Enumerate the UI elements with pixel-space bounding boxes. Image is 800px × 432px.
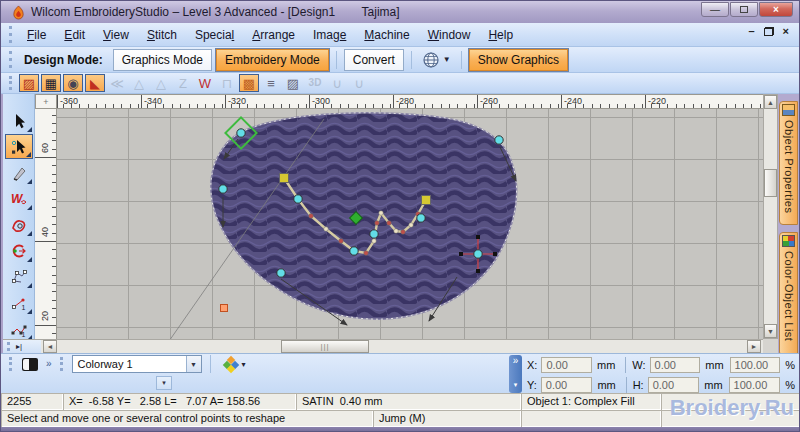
vertical-scroll-thumb[interactable] [764,169,777,197]
menu-help[interactable]: Help [479,25,522,45]
minimize-button[interactable]: — [701,2,729,17]
freehand-draw-tool[interactable]: W [5,186,33,211]
toolbar-grip[interactable] [9,76,14,90]
ripple-fill-icon[interactable]: △ [151,74,171,92]
mdi-minimize-button[interactable]: – [748,26,754,37]
star-fill-icon[interactable]: △ [129,74,149,92]
ruler-tick [52,199,56,200]
control-point[interactable] [370,230,378,238]
embroidery-object[interactable] [57,109,763,339]
vertical-scrollbar[interactable]: ▲ ▼ [763,94,778,339]
toolbar-grip[interactable] [9,26,14,42]
design-canvas[interactable] [57,109,763,339]
menu-arrange[interactable]: Arrange [243,25,304,45]
y-field[interactable]: 0.00 [541,377,593,393]
break-apart-tool[interactable] [5,238,33,263]
scale-w-field[interactable]: 100.00 [730,357,781,373]
play-icon[interactable]: ▸| [16,342,22,351]
control-point[interactable] [495,136,503,144]
mdi-restore-button[interactable] [764,27,774,36]
colorway-select[interactable]: Colorway 1 ▼ [72,355,202,373]
mdi-close-button[interactable]: × [783,26,789,37]
horizontal-scrollbar[interactable]: ▸| ◄ ||| ► [3,339,763,353]
pattern-fill-icon[interactable]: ▩ [239,74,259,92]
panel-options-button[interactable]: ▾ [510,379,521,391]
menu-edit[interactable]: Edit [55,25,94,45]
stitch-lines-icon[interactable]: ≡ [261,74,281,92]
control-point[interactable] [221,305,228,312]
toolbar-grip[interactable] [9,51,14,69]
reshape-tool[interactable] [5,134,33,159]
polygon-select-tool[interactable] [5,264,33,289]
design-window-icon[interactable] [22,358,38,371]
penetrations-tool[interactable]: 1 [5,290,33,315]
scroll-right-icon: ► [751,343,758,350]
stitch-edit-tool[interactable]: 1 [5,316,33,341]
fancy-fill-icon[interactable]: ◣ [85,74,105,92]
trapunto-icon[interactable]: ∪ [327,74,347,92]
horizontal-scroll-thumb[interactable]: ||| [281,340,369,353]
contour-icon[interactable]: ≪ [107,74,127,92]
convert-button[interactable]: Convert [344,49,404,71]
square-wave-icon[interactable]: ⊓ [217,74,237,92]
scroll-down-button[interactable]: ▼ [764,324,777,338]
hoop-globe-button[interactable]: ▼ [417,48,456,72]
menu-window[interactable]: Window [419,25,480,45]
scroll-left-button[interactable]: ◄ [43,340,57,353]
select-tool[interactable] [5,108,33,133]
motif-fill-icon[interactable]: ◉ [63,74,83,92]
ruler-origin-icon[interactable]: + [35,94,57,109]
maximize-button[interactable] [730,2,758,17]
menu-machine[interactable]: Machine [355,25,418,45]
scale-h-field[interactable]: 100.00 [729,377,781,393]
close-button[interactable]: × [759,2,793,17]
ruler-major-tick [141,94,142,108]
control-point[interactable] [294,195,302,203]
x-field[interactable]: 0.00 [541,357,592,373]
hatch-icon[interactable]: ▨ [283,74,303,92]
w-field[interactable]: 0.00 [650,357,701,373]
stumpwork-icon[interactable]: ∪ [349,74,369,92]
dropdown-icon[interactable]: ▾ [242,360,246,369]
control-point[interactable] [237,129,245,137]
menu-image[interactable]: Image [304,25,355,45]
menu-stitch[interactable]: Stitch [138,25,186,45]
ruler-tick [52,115,56,116]
menu-special[interactable]: Special [186,25,243,45]
menu-view[interactable]: View [94,25,138,45]
show-graphics-button[interactable]: Show Graphics [469,49,568,71]
thread-colors-icon[interactable] [224,357,239,372]
control-point[interactable] [280,174,289,183]
menu-file[interactable]: File [18,25,55,45]
tatami-icon[interactable]: ▦ [41,74,61,92]
h-field[interactable]: 0.00 [648,377,700,393]
3d-effect-icon[interactable]: 3D [305,74,325,92]
knife-tool[interactable] [5,160,33,185]
zigzag-icon[interactable]: Z [173,74,193,92]
tab-object-properties[interactable]: Object Properties [779,101,798,225]
title-bar[interactable]: Wilcom EmbroideryStudio – Level 3 Advanc… [1,1,800,23]
control-point[interactable] [219,185,227,193]
panel-divider[interactable]: » ▾ [509,355,522,393]
control-point[interactable] [417,214,425,222]
toolbar-grip[interactable] [9,357,14,371]
control-point[interactable] [350,247,358,255]
satin-icon[interactable]: ▨ [19,74,39,92]
reshape-outline-tool[interactable] [5,212,33,237]
control-point[interactable] [277,269,285,277]
combo-dropdown-button[interactable]: ▼ [186,356,201,372]
control-point[interactable] [474,250,482,258]
wave-icon[interactable]: W [195,74,215,92]
tab-color-object-list[interactable]: Color-Object List [779,232,798,356]
control-point[interactable] [422,196,431,205]
toolbar-grip[interactable] [7,342,12,351]
scroll-up-button[interactable]: ▲ [764,95,777,109]
overflow-chevron-icon[interactable]: » [46,359,52,369]
embroidery-mode-button[interactable]: Embroidery Mode [216,49,329,71]
toolbar-options-button[interactable]: ▾ [156,376,172,390]
graphics-mode-button[interactable]: Graphics Mode [113,49,212,71]
ruler-tick [52,165,56,166]
scroll-right-button[interactable]: ► [747,340,761,353]
toolbar-grip[interactable] [60,357,65,371]
ruler-tick [79,104,80,108]
